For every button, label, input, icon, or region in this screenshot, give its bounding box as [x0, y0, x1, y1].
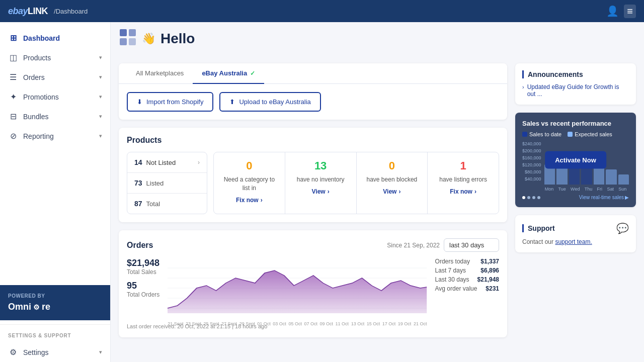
stat-key: Avg order value — [435, 285, 477, 292]
total-orders-label: Total Orders — [127, 291, 159, 298]
chat-icon: 💬 — [616, 222, 629, 234]
page-title: Hello — [160, 31, 195, 47]
omnivore-brand: Omni⚙re — [8, 302, 102, 312]
svg-rect-0 — [120, 29, 127, 36]
sidebar-item-orders[interactable]: ☰ Orders ▾ — [0, 67, 110, 87]
orders-since: Since 21 Sep, 2022 — [387, 242, 440, 249]
sales-panel: Sales vs recent performance Sales to dat… — [515, 113, 636, 207]
upload-label: Upload to eBay Australia — [239, 98, 310, 106]
tab-all-marketplaces[interactable]: All Marketplaces — [127, 63, 193, 84]
sidebar-item-reporting[interactable]: ⊘ Reporting ▾ — [0, 126, 110, 146]
announcement-text: Updated eBay Guide for Growth is out ... — [527, 83, 629, 98]
support-header: Support 💬 — [522, 222, 629, 234]
errors-num: 1 — [460, 159, 466, 172]
dot[interactable] — [527, 196, 530, 199]
view-realtime-link[interactable]: View real-time sales ▶ — [579, 195, 629, 200]
sidebar-footer: POWERED BY Omni⚙re — [0, 285, 110, 320]
fix-errors-button[interactable]: Fix now › — [450, 188, 476, 195]
sidebar-item-dashboard[interactable]: ⊞ Dashboard — [0, 28, 110, 48]
upload-ebay-button[interactable]: ⬆ Upload to eBay Australia — [219, 92, 320, 112]
expected-bar — [618, 174, 629, 185]
settings-section-label: SETTINGS & SUPPORT — [0, 329, 110, 342]
orders-controls: Since 21 Sep, 2022 last 30 days last 7 d… — [387, 238, 499, 252]
bundles-icon: ⊟ — [8, 112, 18, 121]
legend-sales-to-date: Sales to date — [522, 131, 561, 137]
legend-dot — [568, 132, 573, 137]
stat-card-errors: 1 have listing errors Fix now › — [428, 152, 499, 214]
sidebar-item-promotions[interactable]: ✦ Promotions ▾ — [0, 87, 110, 107]
sidebar-item-label: Reporting — [23, 132, 54, 140]
sidebar-item-settings[interactable]: ⚙ Settings ▾ — [0, 342, 110, 362]
menu-icon[interactable]: ≡ — [624, 5, 636, 18]
powered-by-label: POWERED BY — [8, 293, 102, 299]
chevron-right-icon: › — [522, 84, 524, 90]
sales-days: Mon Tue Wed Thu Fri Sat Sun — [522, 187, 629, 192]
day-label: Sat — [607, 187, 614, 192]
chevron-down-icon: ▾ — [99, 74, 102, 80]
import-shopify-button[interactable]: ⬇ Import from Shopify — [127, 92, 213, 112]
dot[interactable] — [532, 196, 535, 199]
sidebar-item-products[interactable]: ◫ Products ▾ — [0, 48, 110, 67]
arrow-right-icon: › — [474, 188, 476, 195]
check-icon: ✓ — [250, 70, 255, 77]
blocked-num: 0 — [389, 159, 395, 172]
main-right: Announcements › Updated eBay Guide for G… — [515, 63, 636, 354]
day-label: Mon — [545, 187, 554, 192]
day-label: Thu — [585, 187, 593, 192]
sidebar-item-bundles[interactable]: ⊟ Bundles ▾ — [0, 107, 110, 126]
inventory-num: 13 — [314, 159, 327, 172]
dot-active[interactable] — [522, 196, 525, 199]
sales-panel-title: Sales vs recent performance — [522, 120, 629, 127]
stat-key: Orders today — [435, 258, 470, 265]
import-icon: ⬇ — [137, 98, 142, 106]
total-orders-value: 95 — [127, 281, 159, 291]
play-icon: ▶ — [625, 195, 629, 200]
fix-category-button[interactable]: Fix now › — [236, 197, 263, 204]
activate-now-button[interactable]: Activate Now — [545, 151, 606, 169]
reporting-icon: ⊘ — [8, 131, 18, 141]
tab-ebay-australia[interactable]: eBay Australia ✓ — [193, 63, 264, 84]
support-text: Contact our support team. — [522, 238, 629, 245]
import-label: Import from Shopify — [146, 98, 203, 106]
chevron-down-icon: ▾ — [99, 133, 102, 139]
settings-icon: ⚙ — [8, 347, 18, 357]
period-select[interactable]: last 30 days last 7 days last 90 days — [444, 238, 499, 252]
sidebar: ⊞ Dashboard ◫ Products ▾ ☰ Orders ▾ ✦ Pr… — [0, 22, 111, 362]
orders-summary: $21,948 Total Sales 95 Total Orders — [127, 258, 159, 318]
stat-val: $1,337 — [480, 258, 499, 265]
stat-key: Last 30 days — [435, 276, 469, 283]
view-inventory-label: View — [312, 188, 326, 195]
day-label: Tue — [558, 187, 566, 192]
orders-header: Orders Since 21 Sep, 2022 last 30 days l… — [127, 238, 499, 252]
view-blocked-button[interactable]: View › — [383, 188, 400, 195]
products-section: Products 14 Not Listed › 73 Listed — [119, 128, 507, 222]
user-icon[interactable]: 👤 — [606, 5, 619, 17]
main-left: All Marketplaces eBay Australia ✓ ⬇ Impo… — [119, 63, 507, 354]
errors-desc: have listing errors — [439, 175, 487, 184]
brand-link: LINK — [28, 6, 48, 16]
dot[interactable] — [537, 196, 540, 199]
view-inventory-button[interactable]: View › — [312, 188, 330, 195]
sidebar-item-label: Products — [23, 54, 51, 62]
total-label: Total — [146, 200, 160, 208]
promotions-icon: ✦ — [8, 92, 18, 102]
category-num: 0 — [246, 159, 252, 172]
stat-val: $21,948 — [477, 276, 499, 283]
bar-sun — [618, 174, 629, 185]
not-listed-row[interactable]: 14 Not Listed › — [127, 152, 207, 173]
orders-stat-30days: Last 30 days $21,948 — [435, 276, 499, 283]
brand-logo: ebayLINK — [8, 6, 48, 17]
support-team-link[interactable]: support team. — [555, 238, 592, 245]
products-icon: ◫ — [8, 53, 18, 62]
gear-icon: ⚙ — [33, 303, 40, 311]
chart-x-labels: 21 Sept 23 Sept 25 Sept 27 Sept 29 Sept … — [168, 321, 427, 326]
svg-rect-1 — [129, 29, 136, 36]
total-num: 87 — [134, 200, 142, 208]
support-text-prefix: Contact our — [522, 238, 555, 245]
sidebar-nav: ⊞ Dashboard ◫ Products ▾ ☰ Orders ▾ ✦ Pr… — [0, 22, 110, 285]
bar-sat — [606, 169, 617, 185]
announcement-item[interactable]: › Updated eBay Guide for Growth is out .… — [522, 83, 629, 98]
day-label: Sun — [618, 187, 626, 192]
sales-footer: View real-time sales ▶ — [522, 195, 629, 200]
stat-card-category: 0 Need a category to list in Fix now › — [214, 152, 285, 214]
